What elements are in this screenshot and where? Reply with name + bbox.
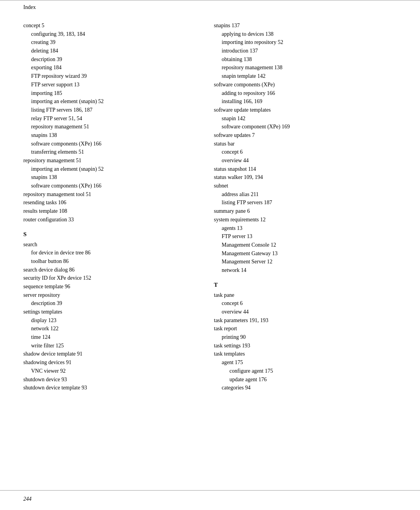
list-item: address alias 211 bbox=[222, 190, 397, 199]
list-item: snapins 137 bbox=[214, 21, 397, 30]
list-item: software components (XPe) bbox=[214, 81, 397, 89]
list-item: importing an element (snapin) 52 bbox=[31, 97, 198, 106]
list-item: Management Console 12 bbox=[222, 241, 397, 249]
list-item: snapin 142 bbox=[222, 114, 397, 123]
list-item: FTP server support 13 bbox=[31, 81, 198, 89]
list-item: description 39 bbox=[31, 55, 198, 64]
list-item: repository management tool 51 bbox=[23, 190, 198, 199]
page-number: 244 bbox=[23, 496, 32, 502]
page-footer: 244 bbox=[23, 496, 32, 502]
list-item: creating 39 bbox=[31, 38, 198, 47]
bottom-rule bbox=[0, 490, 420, 491]
list-item: status walker 109, 194 bbox=[214, 173, 397, 182]
list-item: write filter 125 bbox=[31, 342, 198, 350]
list-item: status snapshot 114 bbox=[214, 165, 397, 174]
list-item: agent 175 bbox=[222, 358, 397, 367]
list-item: concept 6 bbox=[222, 148, 397, 156]
left-column: concept 5 configuring 39, 183, 184 creat… bbox=[23, 21, 210, 392]
list-item: snapins 138 bbox=[31, 131, 198, 140]
list-item: importing an element (snapin) 52 bbox=[31, 165, 198, 174]
list-item: configuring 39, 183, 184 bbox=[31, 30, 198, 39]
list-item: network 122 bbox=[31, 324, 198, 333]
list-item: installing 166, 169 bbox=[222, 97, 397, 106]
list-item: importing into repository 52 bbox=[222, 38, 397, 47]
list-item: description 39 bbox=[31, 299, 198, 308]
list-item: summary pane 6 bbox=[214, 207, 397, 216]
list-item: concept 5 bbox=[23, 21, 198, 30]
right-column: snapins 137 applying to devices 138 impo… bbox=[210, 21, 397, 392]
list-item: FTP repository wizard 39 bbox=[31, 72, 198, 81]
list-item: status bar bbox=[214, 140, 397, 148]
list-item: printing 90 bbox=[222, 333, 397, 342]
list-item: repository management 138 bbox=[222, 63, 397, 72]
list-item: listing FTP servers 187 bbox=[222, 198, 397, 207]
list-item: overview 44 bbox=[222, 308, 397, 316]
list-item: exporting 184 bbox=[31, 63, 198, 72]
list-item: software update templates bbox=[214, 106, 397, 114]
list-item: relay FTP server 51, 54 bbox=[31, 114, 198, 123]
list-item: resending tasks 106 bbox=[23, 198, 198, 207]
list-item: overview 44 bbox=[222, 156, 397, 165]
section-letter-t: T bbox=[214, 280, 397, 289]
list-item: categories 94 bbox=[222, 384, 397, 392]
list-item: network 14 bbox=[222, 266, 397, 275]
list-item: Management Gateway 13 bbox=[222, 249, 397, 258]
list-item: results template 108 bbox=[23, 207, 198, 216]
list-item: toolbar button 86 bbox=[31, 257, 198, 266]
list-item: FTP server 13 bbox=[222, 232, 397, 241]
list-item: Management Server 12 bbox=[222, 258, 397, 266]
list-item: sequence template 96 bbox=[23, 282, 198, 291]
list-item: introduction 137 bbox=[222, 47, 397, 55]
page-header: Index bbox=[0, 0, 420, 14]
list-item: shutdown device template 93 bbox=[23, 384, 198, 392]
list-item: system requirements 12 bbox=[214, 216, 397, 224]
list-item: repository management 51 bbox=[31, 123, 198, 131]
list-item: concept 6 bbox=[222, 299, 397, 308]
list-item: for device in device tree 86 bbox=[31, 249, 198, 257]
page-title: Index bbox=[23, 4, 36, 10]
list-item: configure agent 175 bbox=[229, 367, 397, 375]
list-item: task pane bbox=[214, 291, 397, 300]
list-item: time 124 bbox=[31, 333, 198, 342]
list-item: software components (XPe) 166 bbox=[31, 140, 198, 148]
list-item: settings templates bbox=[23, 308, 198, 316]
list-item: shutdown device 93 bbox=[23, 375, 198, 384]
list-item: obtaining 138 bbox=[222, 55, 397, 64]
list-item: listing FTP servers 186, 187 bbox=[31, 106, 198, 114]
page: Index concept 5 configuring 39, 183, 184… bbox=[0, 0, 420, 510]
list-item: applying to devices 138 bbox=[222, 30, 397, 39]
list-item: VNC viewer 92 bbox=[31, 367, 198, 375]
list-item: router configuration 33 bbox=[23, 216, 198, 224]
list-item: task templates bbox=[214, 350, 397, 358]
list-item: shadow device template 91 bbox=[23, 350, 198, 358]
content-area: concept 5 configuring 39, 183, 184 creat… bbox=[0, 14, 420, 392]
section-letter-s: S bbox=[23, 230, 198, 239]
list-item: task settings 193 bbox=[214, 342, 397, 350]
list-item: snapin template 142 bbox=[222, 72, 397, 81]
list-item: shadowing devices 91 bbox=[23, 358, 198, 367]
list-item: subnet bbox=[214, 182, 397, 190]
list-item: software updates 7 bbox=[214, 131, 397, 140]
list-item: task parameters 191, 193 bbox=[214, 316, 397, 325]
list-item: search device dialog 86 bbox=[23, 266, 198, 274]
list-item: update agent 176 bbox=[229, 375, 397, 384]
list-item: display 123 bbox=[31, 316, 198, 325]
list-item: server repository bbox=[23, 291, 198, 300]
list-item: agents 13 bbox=[222, 224, 397, 233]
list-item: repository management 51 bbox=[23, 156, 198, 165]
list-item: deleting 184 bbox=[31, 47, 198, 55]
list-item: security ID for XPe device 152 bbox=[23, 274, 198, 282]
list-item: software components (XPe) 166 bbox=[31, 182, 198, 190]
list-item: software component (XPe) 169 bbox=[222, 123, 397, 131]
list-item: task report bbox=[214, 324, 397, 333]
list-item: search bbox=[23, 240, 198, 249]
list-item: importing 185 bbox=[31, 89, 198, 98]
list-item: snapins 138 bbox=[31, 173, 198, 182]
list-item: transferring elements 51 bbox=[31, 148, 198, 156]
list-item: adding to repository 166 bbox=[222, 89, 397, 98]
